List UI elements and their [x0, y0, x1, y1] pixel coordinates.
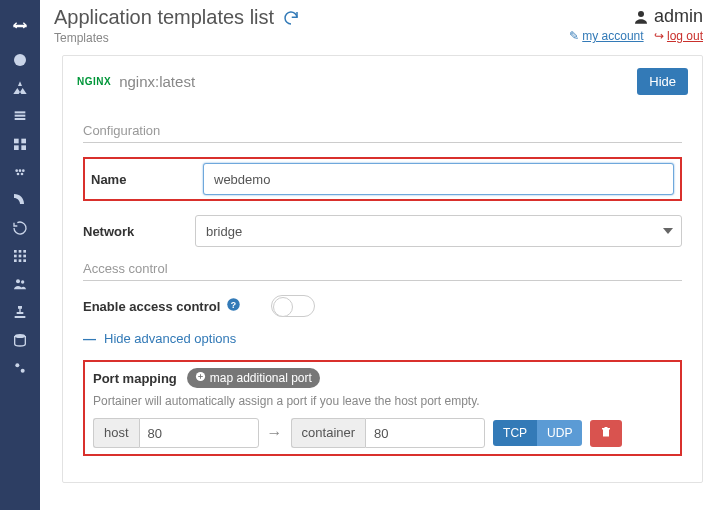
- svg-point-9: [19, 169, 22, 172]
- svg-rect-3: [15, 118, 26, 120]
- trash-icon: [600, 426, 612, 441]
- section-configuration: Configuration: [83, 123, 682, 143]
- image-name: nginx:latest: [119, 73, 195, 90]
- udp-button[interactable]: UDP: [537, 420, 582, 446]
- svg-rect-4: [14, 139, 19, 144]
- my-account-link[interactable]: my account: [582, 29, 643, 43]
- plus-icon: [195, 371, 206, 385]
- wrench-icon: ✎: [569, 29, 579, 43]
- sidebar-grid-icon[interactable]: [0, 242, 40, 270]
- sidebar-volumes-icon[interactable]: [0, 214, 40, 242]
- svg-point-22: [16, 279, 20, 283]
- svg-point-25: [15, 363, 19, 367]
- sidebar-templates-icon[interactable]: [0, 74, 40, 102]
- svg-rect-13: [14, 250, 17, 253]
- sidebar-settings-icon[interactable]: [0, 354, 40, 382]
- sidebar-logo-icon[interactable]: [0, 6, 40, 46]
- sidebar-containers-icon[interactable]: [0, 130, 40, 158]
- name-label: Name: [91, 172, 203, 187]
- enable-access-label: Enable access control: [83, 299, 220, 314]
- template-panel: NGINX nginx:latest Hide Configuration Na…: [62, 55, 703, 483]
- svg-point-11: [17, 173, 20, 176]
- svg-point-8: [15, 169, 18, 172]
- sidebar-dashboard-icon[interactable]: [0, 46, 40, 74]
- logout-icon: ↪: [654, 29, 664, 43]
- svg-rect-21: [23, 259, 26, 262]
- sidebar: [0, 0, 40, 510]
- svg-rect-19: [14, 259, 17, 262]
- sidebar-endpoints-icon[interactable]: [0, 298, 40, 326]
- sidebar-stacks-icon[interactable]: [0, 102, 40, 130]
- svg-text:?: ?: [231, 300, 236, 310]
- svg-rect-5: [21, 139, 26, 144]
- sidebar-networks-icon[interactable]: [0, 186, 40, 214]
- svg-rect-2: [15, 115, 26, 117]
- sidebar-images-icon[interactable]: [0, 158, 40, 186]
- svg-rect-20: [19, 259, 22, 262]
- name-input[interactable]: [203, 163, 674, 195]
- section-access: Access control: [83, 261, 682, 281]
- svg-rect-15: [23, 250, 26, 253]
- svg-point-23: [21, 280, 24, 283]
- svg-rect-6: [14, 145, 19, 150]
- container-port-input[interactable]: [365, 418, 485, 448]
- sidebar-registries-icon[interactable]: [0, 326, 40, 354]
- name-highlight: Name: [83, 157, 682, 201]
- help-icon[interactable]: ?: [226, 297, 241, 315]
- port-highlight: Port mapping map additional port Portain…: [83, 360, 682, 456]
- svg-point-24: [15, 334, 26, 338]
- tcp-button[interactable]: TCP: [493, 420, 537, 446]
- port-mapping-title: Port mapping: [93, 371, 177, 386]
- nginx-logo-icon: NGINX: [77, 76, 111, 87]
- hide-button[interactable]: Hide: [637, 68, 688, 95]
- add-port-button[interactable]: map additional port: [187, 368, 320, 388]
- host-port-input[interactable]: [139, 418, 259, 448]
- port-description: Portainer will automatically assign a po…: [93, 394, 672, 408]
- network-select[interactable]: bridge: [195, 215, 682, 247]
- svg-rect-14: [19, 250, 22, 253]
- svg-rect-1: [15, 111, 26, 113]
- svg-point-27: [638, 11, 644, 17]
- arrow-icon: →: [267, 424, 283, 442]
- svg-rect-7: [21, 145, 26, 150]
- minus-icon: —: [83, 331, 96, 346]
- svg-point-10: [22, 169, 25, 172]
- host-prefix: host: [93, 418, 139, 448]
- svg-point-12: [21, 173, 24, 176]
- network-label: Network: [83, 224, 195, 239]
- svg-point-26: [21, 369, 25, 373]
- main: Application templates list Templates adm…: [40, 0, 717, 510]
- svg-rect-17: [19, 255, 22, 258]
- refresh-icon[interactable]: [282, 9, 300, 27]
- delete-port-button[interactable]: [590, 420, 622, 447]
- access-toggle[interactable]: [271, 295, 315, 317]
- sidebar-users-icon[interactable]: [0, 270, 40, 298]
- svg-rect-16: [14, 255, 17, 258]
- user-label: admin: [569, 6, 703, 27]
- svg-rect-18: [23, 255, 26, 258]
- user-icon: [632, 8, 650, 26]
- advanced-toggle-link[interactable]: Hide advanced options: [104, 331, 236, 346]
- container-prefix: container: [291, 418, 365, 448]
- logout-link[interactable]: log out: [667, 29, 703, 43]
